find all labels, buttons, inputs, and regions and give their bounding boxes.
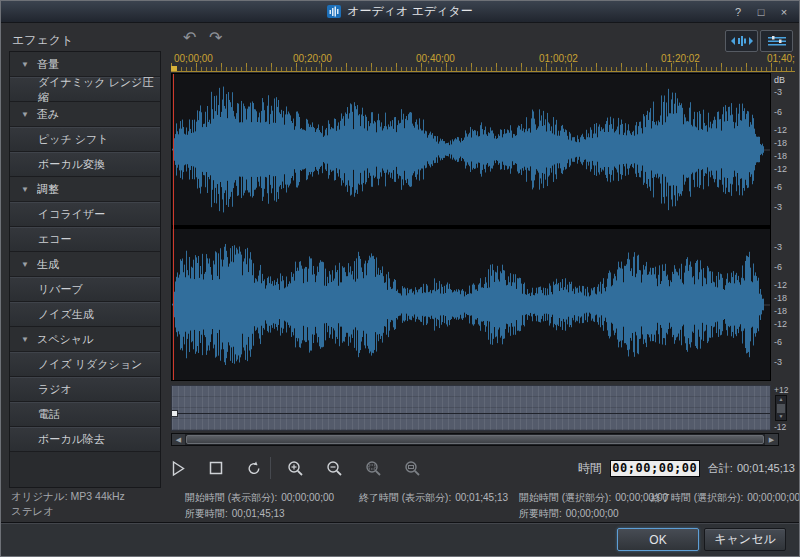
loop-playback-button[interactable]	[246, 460, 262, 476]
db-scale-mark: -12	[774, 319, 787, 329]
toolbar-separator	[270, 457, 271, 479]
scroll-up-icon[interactable]: ▲	[776, 396, 786, 403]
fit-waveform-button[interactable]	[725, 30, 758, 52]
db-scale-mark: dB	[774, 75, 785, 85]
effect-item-dynamic-range[interactable]: ダイナミック レンジ圧縮	[10, 77, 160, 102]
effect-item-equalizer[interactable]: イコライザー	[10, 202, 160, 227]
category-label: スペシャル	[37, 332, 93, 347]
db-scale-mark: -12	[774, 280, 787, 290]
effects-panel-header: エフェクト	[12, 32, 73, 49]
zoom-fit-button[interactable]	[404, 460, 421, 477]
playhead-marker-icon[interactable]	[171, 66, 177, 71]
undo-button[interactable]: ↶	[183, 29, 196, 47]
scroll-right-icon[interactable]: ▶	[765, 434, 778, 445]
loop-icon	[246, 460, 262, 476]
effect-category-adjust[interactable]: ▼ 調整	[10, 177, 160, 202]
effect-item-telephone[interactable]: 電話	[10, 402, 160, 427]
scrollbar-thumb[interactable]	[186, 435, 764, 444]
category-label: 調整	[37, 182, 59, 197]
category-label: 歪み	[37, 107, 59, 122]
effect-category-volume[interactable]: ▼ 音量	[10, 52, 160, 77]
envelope-max-label: +12	[774, 385, 788, 395]
effect-item-pitch-shift[interactable]: ピッチ シフト	[10, 127, 160, 152]
effect-category-special[interactable]: ▼ スペシャル	[10, 327, 160, 352]
db-scale-mark: -6	[774, 107, 782, 117]
info-label: 所要時間:	[185, 508, 228, 519]
play-icon	[171, 460, 186, 477]
db-scale-mark: -6	[774, 262, 782, 272]
envelope-scrollbar[interactable]: ▲ ▼	[775, 395, 787, 421]
cancel-button[interactable]: キャンセル	[704, 528, 786, 551]
effect-item-vocal-removal[interactable]: ボーカル除去	[10, 427, 160, 452]
help-button[interactable]: ?	[729, 4, 747, 20]
envelope-handle[interactable]	[171, 410, 178, 417]
ruler-minor-ticks	[171, 67, 795, 71]
ruler-time-label: 00;00;00	[174, 53, 213, 64]
source-channels-label: ステレオ	[11, 504, 125, 519]
info-label: 所要時間:	[519, 508, 562, 519]
playhead-line[interactable]	[173, 74, 174, 380]
db-scale-mark: -3	[774, 357, 782, 367]
view-options-button[interactable]	[760, 30, 793, 52]
time-label: 時間	[578, 460, 602, 477]
effect-item-noise-reduction[interactable]: ノイズ リダクション	[10, 352, 160, 377]
horizontal-scrollbar[interactable]: ◀ ▶	[171, 433, 779, 446]
info-value: 00;01;45;13	[232, 508, 285, 519]
window-title: オーディオ エディター	[347, 3, 473, 20]
waveform-left-channel[interactable]	[172, 74, 770, 225]
current-time-display[interactable]: 00;00;00;00	[610, 460, 700, 477]
category-label: 音量	[37, 57, 59, 72]
effect-item-reverb[interactable]: リバーブ	[10, 277, 160, 302]
db-scale: dB-3-6-12-18-18-12-6-3-3-6-12-18-18-12-6…	[773, 73, 799, 381]
zoom-selection-button[interactable]	[365, 460, 382, 477]
stop-button[interactable]	[208, 460, 224, 476]
effects-list: ▼ 音量 ダイナミック レンジ圧縮 ▼ 歪み ピッチ シフト ボーカル変換 ▼ …	[9, 51, 161, 488]
volume-envelope-strip[interactable]	[171, 385, 771, 431]
info-label: 終了時間 (表示部分):	[359, 492, 451, 503]
display-start-time-info: 開始時間 (表示部分):00;00;00;00	[185, 491, 334, 505]
db-scale-mark: -3	[774, 242, 782, 252]
waveform-display[interactable]	[171, 73, 771, 381]
scroll-down-icon[interactable]: ▼	[776, 413, 786, 420]
ruler-time-label: 01;00;02	[539, 53, 578, 64]
db-scale-mark: -6	[774, 337, 782, 347]
effect-category-distortion[interactable]: ▼ 歪み	[10, 102, 160, 127]
zoom-in-icon	[287, 460, 304, 477]
info-label: 終了時間 (選択部分):	[651, 492, 743, 503]
scrollbar-track[interactable]	[185, 434, 765, 445]
envelope-line[interactable]	[172, 413, 770, 414]
audio-editor-window: オーディオ エディター ? □ × エフェクト ▼ 音量 ダイナミック レンジ圧…	[0, 0, 800, 557]
effect-item-noise-generate[interactable]: ノイズ生成	[10, 302, 160, 327]
selection-end-time-info: 終了時間 (選択部分):00;00;00;00	[651, 491, 800, 505]
zoom-in-button[interactable]	[287, 460, 304, 477]
envelope-scroll-thumb[interactable]	[777, 404, 785, 413]
db-scale-mark: -18	[774, 151, 787, 161]
timeline-ruler[interactable]: 00;00;0000;20;0000;40;0001;00;0201;20;02…	[171, 53, 795, 72]
total-value: 00;01;45;13	[737, 462, 795, 474]
waveform-right-channel[interactable]	[172, 229, 770, 380]
ruler-time-label: 00;40;00	[416, 53, 455, 64]
effect-item-vocal-transform[interactable]: ボーカル変換	[10, 152, 160, 177]
effect-category-generate[interactable]: ▼ 生成	[10, 252, 160, 277]
title-bar: オーディオ エディター ? □ ×	[1, 1, 799, 23]
zoom-out-button[interactable]	[326, 460, 343, 477]
effect-item-echo[interactable]: エコー	[10, 227, 160, 252]
effect-item-radio[interactable]: ラジオ	[10, 377, 160, 402]
db-scale-mark: -3	[774, 202, 782, 212]
app-icon	[327, 5, 341, 18]
stop-icon	[208, 460, 224, 476]
ok-button[interactable]: OK	[617, 528, 699, 551]
maximize-button[interactable]: □	[752, 4, 770, 20]
db-scale-mark: -12	[774, 164, 787, 174]
play-button[interactable]	[171, 460, 186, 477]
zoom-selection-icon	[365, 460, 382, 477]
dialog-button-bar: OK キャンセル	[1, 522, 799, 556]
ruler-time-label: 01;20;02	[661, 53, 700, 64]
db-scale-mark: -18	[774, 306, 787, 316]
scroll-left-icon[interactable]: ◀	[172, 434, 185, 445]
redo-button[interactable]: ↷	[209, 29, 222, 47]
close-button[interactable]: ×	[775, 4, 793, 20]
info-value: 00;01;45;13	[455, 492, 508, 503]
ruler-time-label: 01;40;02	[767, 53, 795, 64]
source-info: オリジナル: MP3 44kHz ステレオ	[11, 489, 125, 519]
